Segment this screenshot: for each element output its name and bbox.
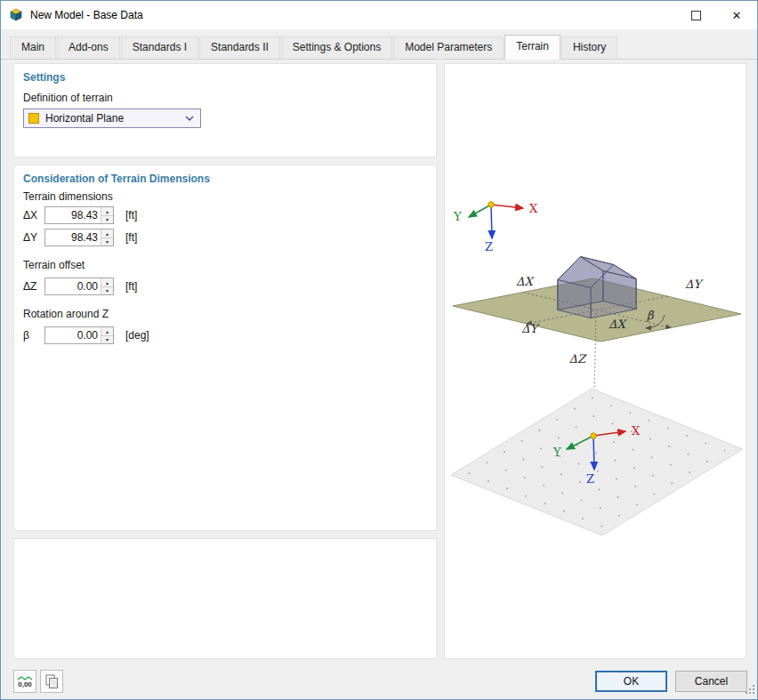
global-axes-top: X Y Z — [453, 202, 538, 253]
z-axis-label: Z — [586, 472, 594, 486]
copy-settings-button[interactable] — [40, 670, 63, 693]
chevron-down-icon — [185, 116, 194, 121]
spin-down-icon[interactable]: ▾ — [101, 238, 113, 246]
new-model-dialog: New Model - Base Data ✕ Main Add-ons Sta… — [0, 0, 758, 700]
title-bar: New Model - Base Data ✕ — [1, 1, 757, 29]
spin-up-icon[interactable]: ▴ — [101, 207, 113, 216]
dx-symbol: ΔX — [23, 209, 44, 221]
spin-up-icon[interactable]: ▴ — [101, 229, 113, 238]
dy-value: 98.43 — [71, 230, 98, 245]
beta-value: 0.00 — [77, 328, 98, 342]
origin-point — [488, 202, 494, 207]
beta-unit: [deg] — [125, 329, 149, 342]
copy-icon — [44, 673, 60, 689]
house-model — [558, 257, 636, 318]
resize-grip[interactable] — [745, 684, 755, 697]
dz-stepper: ▴ ▾ — [101, 278, 113, 294]
dimensions-header: Consideration of Terrain Dimensions — [23, 173, 210, 185]
units-format-label: 0,00 — [18, 681, 32, 688]
diagram-panel: ΔX ΔY ΔY ΔX β ΔZ X Y Z — [444, 63, 746, 659]
settings-group: Settings Definition of terrain Horizonta… — [13, 63, 437, 157]
origin-point — [591, 433, 596, 439]
dx-row: ΔX 98.43 ▴ ▾ [ft] — [23, 206, 137, 224]
terrain-color-swatch — [28, 113, 39, 124]
tab-strip: Main Add-ons Standards I Standards II Se… — [1, 36, 757, 60]
z-axis-label: Z — [485, 240, 493, 253]
terrain-dimensions-label: Terrain dimensions — [23, 190, 113, 203]
dx-stepper: ▴ ▾ — [101, 207, 113, 223]
dy-stepper: ▴ ▾ — [101, 229, 113, 245]
y-axis-arrow — [469, 205, 491, 217]
dx-lower-label: ΔX — [609, 318, 627, 331]
settings-header: Settings — [23, 71, 65, 84]
spin-up-icon[interactable]: ▴ — [101, 278, 113, 287]
dy-unit: [ft] — [125, 231, 137, 244]
beta-stepper: ▴ ▾ — [101, 327, 113, 343]
tab-standards-2[interactable]: Standards II — [199, 36, 280, 59]
tab-model-parameters[interactable]: Model Parameters — [393, 36, 504, 59]
spin-down-icon[interactable]: ▾ — [101, 216, 113, 224]
lower-reference-plane — [451, 389, 743, 535]
dx-input[interactable]: 98.43 ▴ ▾ — [44, 206, 114, 224]
rotation-around-z-label: Rotation around Z — [23, 308, 109, 320]
terrain-diagram: ΔX ΔY ΔY ΔX β ΔZ X Y Z — [445, 64, 746, 658]
beta-row: β 0.00 ▴ ▾ [deg] — [23, 326, 149, 344]
app-icon — [9, 8, 23, 22]
tab-standards-1[interactable]: Standards I — [121, 36, 198, 59]
dy-row: ΔY 98.43 ▴ ▾ [ft] — [23, 229, 137, 246]
dz-input[interactable]: 0.00 ▴ ▾ — [44, 278, 114, 295]
definition-of-terrain-label: Definition of terrain — [23, 92, 113, 104]
close-icon: ✕ — [732, 10, 742, 21]
dy-symbol: ΔY — [23, 231, 44, 244]
dx-value: 98.43 — [71, 208, 98, 222]
dx-unit: [ft] — [125, 209, 137, 221]
ok-button[interactable]: OK — [595, 671, 667, 692]
tab-add-ons[interactable]: Add-ons — [57, 36, 120, 59]
terrain-offset-label: Terrain offset — [23, 259, 85, 271]
terrain-definition-dropdown[interactable]: Horizontal Plane — [23, 109, 201, 128]
tab-terrain[interactable]: Terrain — [504, 35, 560, 60]
dz-row: ΔZ 0.00 ▴ ▾ [ft] — [23, 278, 137, 295]
dy-upper-label: ΔY — [685, 278, 704, 291]
y-axis-label: Y — [453, 210, 462, 223]
z-axis-arrow — [593, 436, 594, 470]
dz-unit: [ft] — [125, 280, 137, 293]
maximize-button[interactable] — [675, 1, 716, 29]
x-axis-label: X — [632, 424, 641, 438]
dx-upper-label: ΔX — [516, 275, 535, 288]
dy-input[interactable]: 98.43 ▴ ▾ — [44, 229, 114, 246]
beta-input[interactable]: 0.00 ▴ ▾ — [44, 326, 114, 344]
dz-value: 0.00 — [77, 279, 98, 294]
x-axis-label: X — [529, 202, 538, 215]
tab-history[interactable]: History — [561, 36, 617, 59]
tab-main[interactable]: Main — [10, 36, 56, 59]
terrain-definition-value: Horizontal Plane — [45, 112, 124, 125]
y-axis-label: Y — [552, 446, 561, 459]
z-axis-arrow — [491, 205, 492, 238]
maximize-icon — [691, 11, 701, 20]
dz-symbol: ΔZ — [23, 280, 44, 293]
window-title: New Model - Base Data — [30, 9, 143, 21]
cancel-button[interactable]: Cancel — [675, 671, 747, 692]
terrain-dimensions-group: Consideration of Terrain Dimensions Terr… — [13, 165, 437, 531]
beta-symbol: β — [23, 329, 44, 342]
units-format-button[interactable]: 0,00 — [13, 670, 36, 693]
x-axis-arrow — [491, 205, 523, 208]
spin-down-icon[interactable]: ▾ — [101, 336, 113, 344]
spin-up-icon[interactable]: ▴ — [101, 327, 113, 336]
dz-label: ΔZ — [569, 352, 587, 366]
spin-down-icon[interactable]: ▾ — [101, 287, 113, 295]
tab-settings-options[interactable]: Settings & Options — [281, 36, 392, 59]
empty-panel — [13, 538, 437, 659]
close-button[interactable]: ✕ — [716, 1, 757, 29]
